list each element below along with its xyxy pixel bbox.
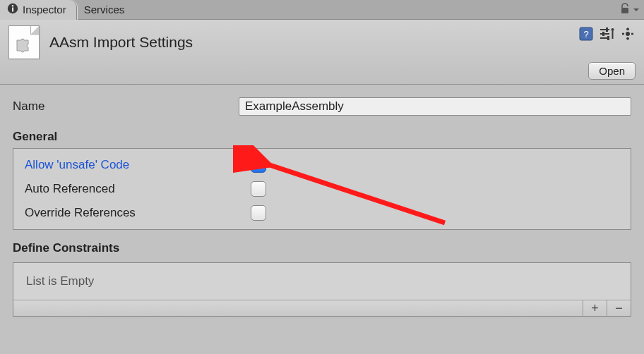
svg-point-2	[12, 5, 14, 7]
svg-rect-3	[621, 8, 628, 13]
svg-rect-17	[622, 33, 624, 35]
inspector-body: Name General Allow 'unsafe' Code Auto Re…	[0, 85, 644, 322]
remove-constraint-button[interactable]: −	[607, 300, 631, 316]
checkmark-icon	[253, 159, 264, 171]
preset-icon[interactable]	[600, 28, 614, 43]
override-references-row: Override References	[25, 201, 619, 225]
tab-services-label: Services	[84, 4, 125, 16]
svg-rect-18	[631, 33, 633, 35]
help-icon[interactable]: ?	[579, 27, 593, 44]
open-button[interactable]: Open	[588, 62, 636, 80]
name-field[interactable]	[239, 97, 631, 116]
svg-rect-9	[606, 28, 608, 32]
tab-inspector-label: Inspector	[23, 4, 66, 16]
name-row: Name	[13, 94, 631, 118]
name-label: Name	[13, 99, 239, 114]
svg-rect-1	[12, 8, 13, 12]
define-constraints-title: Define Constraints	[13, 241, 631, 255]
svg-point-12	[612, 28, 614, 31]
allow-unsafe-label: Allow 'unsafe' Code	[25, 158, 251, 172]
page-title: AAsm Import Settings	[49, 34, 193, 51]
tab-inspector[interactable]: Inspector	[0, 0, 77, 20]
auto-referenced-label: Auto Referenced	[25, 182, 251, 196]
tab-bar: Inspector Services	[0, 0, 644, 20]
puzzle-icon	[15, 36, 33, 53]
asset-type-icon	[8, 25, 40, 59]
svg-text:?: ?	[583, 29, 588, 39]
override-references-checkbox[interactable]	[251, 205, 266, 221]
override-references-label: Override References	[25, 206, 251, 220]
define-constraints-empty: List is Empty	[13, 263, 631, 300]
info-icon	[7, 3, 18, 16]
auto-referenced-checkbox[interactable]	[251, 181, 266, 197]
dropdown-icon[interactable]	[633, 4, 640, 16]
add-constraint-button[interactable]: +	[583, 300, 607, 316]
define-constraints-list: List is Empty + −	[13, 262, 631, 317]
svg-rect-6	[600, 29, 609, 30]
general-section-title: General	[13, 130, 631, 144]
minus-icon: −	[615, 301, 623, 316]
lock-icon[interactable]	[620, 3, 630, 17]
inspector-header: AAsm Import Settings ? Open	[0, 20, 644, 85]
svg-rect-10	[602, 32, 604, 36]
gear-icon[interactable]	[621, 28, 636, 43]
svg-rect-7	[600, 33, 609, 35]
svg-rect-13	[612, 31, 614, 39]
allow-unsafe-row: Allow 'unsafe' Code	[25, 153, 619, 177]
plus-icon: +	[591, 301, 599, 316]
svg-rect-11	[607, 36, 609, 40]
allow-unsafe-checkbox[interactable]	[251, 157, 266, 173]
auto-referenced-row: Auto Referenced	[25, 177, 619, 201]
general-group: Allow 'unsafe' Code Auto Referenced Over…	[13, 148, 631, 230]
tab-services[interactable]: Services	[77, 0, 135, 20]
svg-point-14	[626, 32, 630, 36]
